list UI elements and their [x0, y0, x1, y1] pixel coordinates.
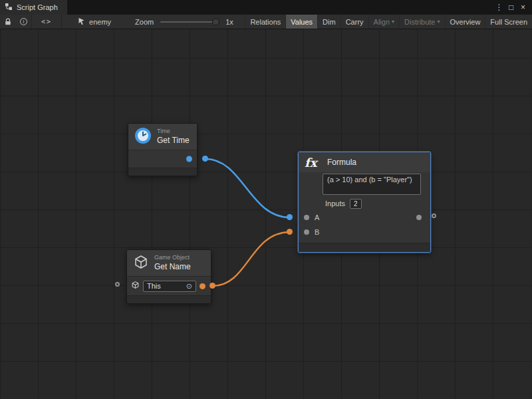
graph-canvas[interactable]: Time Get Time fx Formula (a > 10) and (b…: [0, 29, 532, 399]
node-category: Time: [157, 128, 190, 135]
object-picker-icon[interactable]: ⊙: [186, 283, 192, 290]
port-b-label: B: [315, 228, 319, 236]
get-name-header: Game Object Get Name: [127, 250, 211, 277]
get-name-input-connector[interactable]: [115, 282, 120, 287]
carry-label: Carry: [346, 18, 364, 26]
zoom-slider[interactable]: [160, 21, 219, 23]
node-title: Get Name: [154, 262, 191, 272]
script-graph-icon: [5, 3, 13, 12]
fullscreen-label: Full Screen: [490, 18, 527, 26]
wire-get-time-to-formula-a: [205, 159, 290, 217]
formula-input-port-b[interactable]: [304, 229, 309, 235]
lock-icon[interactable]: [0, 15, 16, 29]
graph-name: enemy: [89, 18, 111, 26]
relations-label: Relations: [250, 18, 281, 26]
distribute-button[interactable]: Distribute ▾: [399, 15, 444, 29]
formula-inputs-count[interactable]: 2: [350, 199, 362, 209]
get-time-footer: [128, 168, 197, 176]
dim-button[interactable]: Dim: [317, 15, 340, 29]
graph-toolbar: i <> enemy Zoom 1x Relations Values: [0, 15, 532, 29]
graph-pointer-icon: [78, 17, 86, 27]
get-name-footer: [127, 295, 211, 303]
titlebar-spacer: [67, 0, 493, 15]
wire-start-dot-orange[interactable]: [209, 283, 215, 289]
wire-get-name-to-formula-b: [213, 232, 290, 286]
port-a-label: A: [315, 213, 319, 221]
cube-icon: [133, 254, 149, 273]
get-name-labels: Game Object Get Name: [154, 254, 191, 271]
zoom-slider-handle[interactable]: [212, 18, 219, 25]
formula-header: fx Formula: [299, 152, 430, 172]
get-time-output-port[interactable]: [186, 156, 192, 162]
overview-button[interactable]: Overview: [445, 15, 485, 29]
carry-button[interactable]: Carry: [340, 15, 368, 29]
target-object-dropdown[interactable]: This ⊙: [143, 281, 196, 292]
get-time-header: Time Get Time: [128, 124, 197, 150]
chevron-down-icon: ▾: [438, 19, 440, 25]
relations-button[interactable]: Relations: [245, 15, 285, 29]
wire-start-dot-blue[interactable]: [202, 156, 208, 162]
target-object-value: This: [147, 282, 161, 290]
wire-end-dot-orange[interactable]: [287, 229, 293, 235]
script-graph-window: Script Graph ⋮ □ × i <>: [0, 0, 532, 399]
formula-input-port-a[interactable]: [304, 215, 309, 220]
close-button[interactable]: ×: [517, 1, 529, 13]
align-button[interactable]: Align ▾: [368, 15, 399, 29]
window-controls: ⋮ □ ×: [493, 0, 532, 15]
cube-icon-small: [131, 280, 140, 292]
node-get-time[interactable]: Time Get Time: [128, 123, 198, 176]
zoom-label: Zoom: [135, 15, 154, 29]
info-glyph: i: [20, 18, 27, 25]
formula-port-row-a: A: [299, 211, 430, 224]
tab-title: Script Graph: [17, 3, 58, 11]
fullscreen-button[interactable]: Full Screen: [485, 15, 532, 29]
inputs-label: Inputs: [325, 200, 345, 207]
get-time-labels: Time Get Time: [157, 128, 190, 145]
dim-label: Dim: [323, 18, 336, 26]
get-name-output-port[interactable]: [200, 283, 205, 289]
get-time-port-row: [128, 150, 197, 168]
wire-end-dot-blue[interactable]: [287, 214, 293, 220]
values-label: Values: [291, 18, 313, 26]
formula-inputs-row: Inputs 2: [325, 198, 425, 209]
code-icon: <>: [41, 18, 52, 25]
maximize-button[interactable]: □: [505, 1, 517, 13]
zoom-value: 1x: [225, 15, 233, 29]
formula-output-connector[interactable]: [432, 213, 436, 218]
wires-layer: [0, 29, 532, 399]
node-category: Game Object: [154, 254, 191, 261]
node-get-name[interactable]: Game Object Get Name This ⊙: [126, 249, 211, 304]
window-menu-button[interactable]: ⋮: [493, 1, 505, 13]
clock-icon: [134, 127, 152, 147]
toolbar-separator: [61, 15, 62, 29]
chevron-down-icon: ▾: [392, 19, 394, 25]
overview-label: Overview: [450, 18, 481, 26]
distribute-label: Distribute: [404, 18, 435, 26]
align-label: Align: [374, 18, 390, 26]
edit-source-button[interactable]: <>: [32, 15, 61, 29]
get-name-port-row: This ⊙: [127, 277, 211, 295]
tab-script-graph[interactable]: Script Graph: [0, 0, 67, 15]
values-button[interactable]: Values: [285, 15, 317, 29]
info-icon[interactable]: i: [16, 15, 31, 29]
node-title: Get Time: [157, 136, 190, 146]
formula-port-row-b: B: [299, 225, 430, 239]
formula-fx-icon: fx: [305, 156, 322, 170]
node-title: Formula: [327, 158, 356, 167]
toolbar-button-group: Relations Values Dim Carry Align ▾ Distr…: [245, 15, 532, 29]
formula-expression-input[interactable]: (a > 10) and (b = "Player"): [323, 174, 421, 195]
formula-footer: [299, 243, 430, 252]
graph-breadcrumb[interactable]: enemy: [71, 15, 118, 29]
formula-output-port[interactable]: [416, 215, 422, 220]
titlebar: Script Graph ⋮ □ ×: [0, 0, 532, 15]
node-formula[interactable]: fx Formula (a > 10) and (b = "Player") I…: [298, 152, 431, 253]
